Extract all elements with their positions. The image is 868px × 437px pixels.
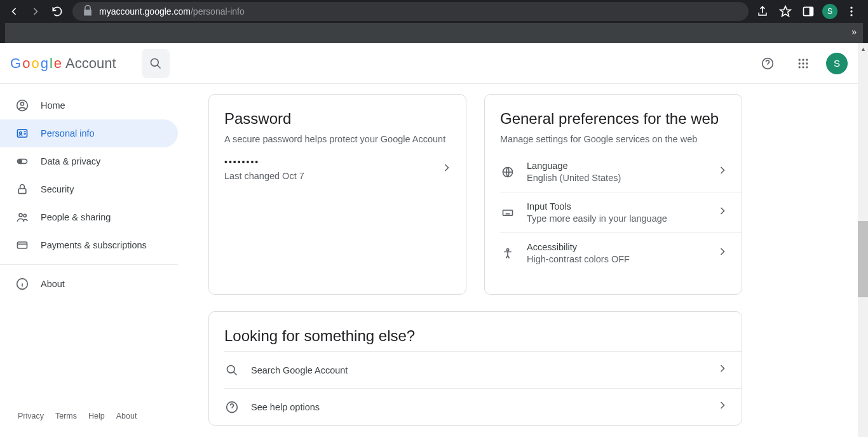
svg-point-21 — [18, 160, 22, 163]
preferences-card: General preferences for the web Manage s… — [484, 94, 742, 295]
chevron-right-icon — [716, 164, 729, 180]
id-card-icon — [15, 127, 29, 140]
main-content: Password A secure password helps protect… — [178, 43, 868, 437]
footer-privacy[interactable]: Privacy — [18, 412, 44, 420]
password-row[interactable]: •••••••• Last changed Oct 7 — [224, 157, 466, 181]
password-card-subtitle: A secure password helps protect your Goo… — [224, 134, 466, 144]
password-card: Password A secure password helps protect… — [208, 94, 466, 295]
browser-chrome: myaccount.google.com /personal-info S » — [0, 0, 868, 43]
pref-item-language[interactable]: Language English (United States) — [500, 157, 742, 192]
credit-card-icon — [15, 239, 29, 252]
svg-point-8 — [802, 58, 804, 60]
else-card-title: Looking for something else? — [224, 327, 742, 345]
sidebar-item-people-sharing[interactable]: People & sharing — [0, 203, 178, 231]
svg-point-30 — [227, 365, 235, 373]
svg-rect-25 — [18, 242, 27, 248]
bookmarks-overflow-icon[interactable]: » — [851, 27, 857, 37]
help-icon[interactable] — [755, 51, 780, 76]
svg-point-17 — [21, 102, 24, 105]
svg-point-5 — [151, 58, 158, 66]
vertical-scrollbar[interactable]: ▴ — [858, 43, 868, 437]
chevron-right-icon — [716, 245, 729, 261]
svg-point-13 — [799, 66, 801, 68]
apps-grid-icon[interactable] — [790, 51, 816, 76]
browser-reload-button[interactable] — [47, 1, 67, 22]
else-item-help[interactable]: See help options — [224, 388, 742, 425]
account-avatar[interactable]: S — [826, 53, 848, 74]
bookmark-star-icon[interactable] — [776, 3, 794, 20]
browser-forward-button[interactable] — [25, 1, 46, 22]
chevron-right-icon — [716, 205, 729, 220]
url-domain: myaccount.google.com — [99, 6, 191, 17]
chevron-right-icon — [716, 399, 729, 415]
accessibility-icon — [500, 247, 515, 260]
pref-item-input-tools[interactable]: Input Tools Type more easily in your lan… — [500, 192, 742, 232]
svg-point-15 — [806, 66, 808, 68]
browser-back-button[interactable] — [4, 1, 24, 22]
search-icon — [224, 364, 240, 377]
sidebar-item-label: Home — [41, 100, 65, 111]
sidebar-item-about[interactable]: About — [0, 270, 178, 298]
scroll-up-arrow-icon[interactable]: ▴ — [858, 43, 868, 53]
svg-rect-22 — [18, 189, 26, 194]
else-item-search[interactable]: Search Google Account — [224, 351, 742, 388]
password-card-title: Password — [224, 110, 466, 128]
pref-item-title: Accessibility — [527, 242, 716, 252]
help-circle-icon — [224, 401, 240, 413]
lock-icon — [81, 4, 94, 19]
svg-point-29 — [506, 248, 508, 250]
else-item-label: See help options — [251, 402, 716, 412]
footer-help[interactable]: Help — [88, 412, 105, 420]
svg-point-2 — [850, 7, 852, 9]
pref-item-title: Input Tools — [527, 201, 716, 212]
sidebar-item-data-privacy[interactable]: Data & privacy — [0, 147, 178, 175]
svg-point-9 — [806, 58, 808, 60]
sidebar-item-label: Personal info — [41, 128, 95, 138]
globe-icon — [500, 166, 515, 178]
svg-rect-28 — [503, 210, 513, 215]
keyboard-icon — [500, 206, 515, 219]
svg-point-14 — [802, 66, 804, 68]
pref-item-accessibility[interactable]: Accessibility High-contrast colors OFF — [500, 232, 742, 273]
address-bar[interactable]: myaccount.google.com /personal-info — [72, 2, 749, 21]
people-icon — [15, 211, 29, 224]
lock-icon — [15, 183, 29, 196]
person-circle-icon — [15, 99, 29, 112]
preferences-card-title: General preferences for the web — [500, 110, 742, 128]
browser-menu-icon[interactable] — [843, 3, 860, 20]
pref-item-sub: High-contrast colors OFF — [527, 254, 716, 264]
toggle-icon — [15, 155, 29, 168]
svg-point-11 — [802, 62, 804, 64]
logo-account-text: Account — [65, 55, 116, 72]
pref-item-sub: English (United States) — [527, 173, 716, 183]
chevron-right-icon — [716, 362, 729, 378]
sidebar-item-security[interactable]: Security — [0, 175, 178, 203]
footer-terms[interactable]: Terms — [55, 412, 77, 420]
sidebar-item-personal-info[interactable]: Personal info — [0, 119, 178, 147]
sidebar: Home Personal info Data & privacy Securi… — [0, 43, 178, 437]
side-panel-icon[interactable] — [799, 3, 817, 20]
svg-point-12 — [806, 62, 808, 64]
footer-links: Privacy Terms Help About — [0, 412, 178, 437]
share-icon[interactable] — [754, 3, 771, 20]
pref-item-title: Language — [527, 161, 716, 171]
url-path: /personal-info — [191, 6, 245, 17]
svg-point-24 — [24, 214, 26, 217]
svg-point-3 — [850, 10, 852, 12]
sidebar-item-home[interactable]: Home — [0, 91, 178, 119]
browser-profile-avatar[interactable]: S — [822, 4, 837, 19]
sidebar-item-label: About — [41, 279, 65, 289]
password-mask: •••••••• — [224, 157, 304, 167]
header-search-button[interactable] — [142, 49, 170, 78]
svg-point-19 — [20, 132, 22, 134]
sidebar-item-payments[interactable]: Payments & subscriptions — [0, 231, 178, 259]
footer-about[interactable]: About — [116, 412, 137, 420]
scroll-thumb[interactable] — [858, 221, 868, 297]
svg-point-10 — [799, 62, 801, 64]
sidebar-item-label: Payments & subscriptions — [41, 240, 147, 250]
password-last-changed: Last changed Oct 7 — [224, 171, 304, 181]
google-account-logo[interactable]: Google Account — [10, 55, 116, 72]
svg-point-4 — [850, 14, 852, 16]
info-icon — [15, 278, 29, 290]
pref-item-sub: Type more easily in your language — [527, 213, 716, 224]
